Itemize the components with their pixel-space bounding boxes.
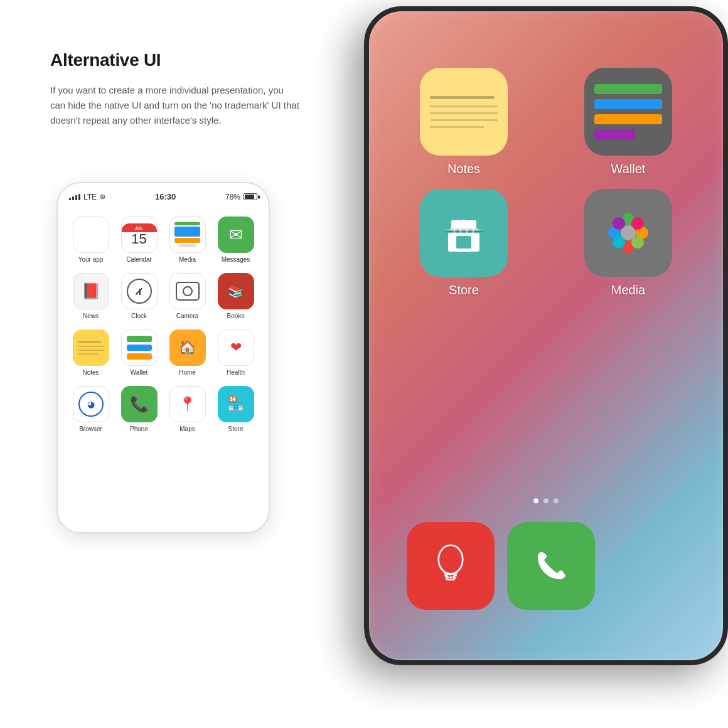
media-label: Media	[179, 256, 196, 263]
page-title: Alternative UI	[50, 50, 301, 70]
browser-label: Browser	[79, 426, 102, 432]
status-bar: LTE ⊛ 16:30 78%	[58, 183, 269, 206]
clock-label: Clock	[131, 313, 147, 319]
home-house-icon: 🏠	[179, 340, 196, 356]
news-label: News	[83, 313, 99, 319]
calendar-date: 15	[131, 232, 146, 246]
app-phone[interactable]: 📞 Phone	[115, 381, 163, 437]
status-right: 78%	[225, 193, 257, 201]
svg-rect-3	[456, 236, 471, 249]
large-balloon-app[interactable]	[407, 522, 495, 610]
maps-pin-icon: 📍	[179, 396, 196, 412]
app-messages[interactable]: ✉ Messages	[211, 211, 260, 268]
app-health[interactable]: ❤ Health	[211, 324, 260, 381]
large-notes-icon	[420, 68, 508, 156]
large-notes-label: Notes	[447, 162, 480, 176]
messages-label: Messages	[222, 256, 250, 263]
large-app-wallet[interactable]: Wallet	[552, 68, 704, 176]
svg-point-18	[631, 236, 644, 249]
health-label: Health	[227, 369, 245, 376]
news-icon: 📕	[73, 273, 109, 309]
your-app-label: Your app	[78, 256, 104, 263]
large-media-label: Media	[611, 283, 645, 297]
store-label: Store	[228, 426, 244, 432]
app-grid: Your app JUL 15 Calendar Media ✉ Message…	[58, 206, 269, 442]
phone-large-container: Notes Wallet	[326, 0, 728, 678]
svg-point-16	[631, 217, 644, 230]
left-section: Alternative UI If you want to create a m…	[50, 50, 301, 128]
books-book-icon: 📚	[228, 284, 244, 299]
camera-label: Camera	[176, 313, 199, 319]
notes-label: Notes	[82, 369, 99, 376]
camera-body-icon	[176, 282, 200, 301]
large-wallet-label: Wallet	[611, 162, 646, 176]
app-wallet[interactable]: Wallet	[115, 324, 163, 381]
large-dock	[388, 522, 704, 610]
app-home[interactable]: 🏠 Home	[163, 324, 211, 381]
balloon-svg	[429, 544, 473, 588]
notes-icon	[73, 329, 109, 366]
app-camera[interactable]: Camera	[163, 268, 211, 324]
app-notes[interactable]: Notes	[67, 324, 115, 381]
large-app-grid: Notes Wallet	[369, 62, 723, 304]
status-time: 16:30	[155, 192, 176, 201]
page-dot-3	[554, 498, 559, 503]
large-media-icon	[584, 189, 672, 277]
health-heart-icon: ❤	[230, 340, 242, 356]
app-calendar[interactable]: JUL 15 Calendar	[115, 211, 163, 268]
phone-label: Phone	[130, 426, 148, 432]
home-icon: 🏠	[169, 329, 206, 366]
signal-bars-icon	[69, 194, 80, 200]
svg-point-19	[439, 545, 463, 574]
calendar-label: Calendar	[126, 256, 152, 263]
home-label: Home	[179, 369, 196, 376]
large-app-store[interactable]: Store	[388, 189, 540, 297]
wifi-icon: ⊛	[100, 193, 105, 201]
svg-point-17	[613, 236, 625, 249]
battery-percent: 78%	[225, 193, 240, 201]
svg-rect-5	[448, 228, 479, 233]
wallet-icon	[121, 329, 158, 366]
app-browser[interactable]: ◕ Browser	[67, 381, 115, 437]
maps-icon: 📍	[169, 386, 206, 422]
app-media[interactable]: Media	[163, 211, 211, 268]
camera-lens-icon	[183, 286, 193, 296]
store-building-svg	[439, 208, 489, 258]
page-dot-1	[533, 498, 538, 503]
svg-point-15	[613, 217, 625, 230]
app-your-app[interactable]: Your app	[67, 211, 115, 268]
store-icon: 🏪	[218, 386, 254, 422]
large-app-media[interactable]: Media	[552, 189, 704, 297]
description-text: If you want to create a more individual …	[50, 83, 301, 128]
books-label: Books	[227, 313, 245, 319]
app-books[interactable]: 📚 Books	[211, 268, 260, 324]
news-book-icon: 📕	[82, 282, 100, 300]
app-maps[interactable]: 📍 Maps	[163, 381, 211, 437]
battery-icon	[244, 193, 257, 200]
camera-icon	[169, 273, 206, 309]
signal-type: LTE	[83, 193, 97, 201]
books-icon: 📚	[218, 273, 254, 309]
app-news[interactable]: 📕 News	[67, 268, 115, 324]
large-store-icon	[420, 189, 508, 277]
messages-icon: ✉	[218, 217, 254, 253]
maps-label: Maps	[179, 426, 195, 432]
large-store-label: Store	[449, 283, 479, 297]
calendar-icon: JUL 15	[121, 217, 158, 253]
large-app-notes[interactable]: Notes	[388, 68, 540, 176]
phone-large-mockup: Notes Wallet	[364, 6, 728, 665]
browser-icon: ◕	[73, 386, 109, 422]
phone-receiver-icon: 📞	[130, 395, 149, 413]
phone-icon: 📞	[121, 386, 158, 422]
phone-handset-svg	[529, 544, 573, 588]
your-app-icon	[73, 217, 109, 253]
messages-bubble-icon: ✉	[229, 225, 243, 245]
app-store[interactable]: 🏪 Store	[211, 381, 260, 437]
phone-small-mockup: LTE ⊛ 16:30 78% Your app JUL 15 Calendar	[56, 182, 270, 533]
page-dots	[533, 498, 559, 503]
media-flower-svg	[600, 208, 656, 258]
app-clock[interactable]: Clock	[115, 268, 163, 324]
media-icon	[169, 217, 206, 253]
large-phone-app[interactable]	[507, 522, 595, 610]
clock-icon	[121, 273, 158, 309]
